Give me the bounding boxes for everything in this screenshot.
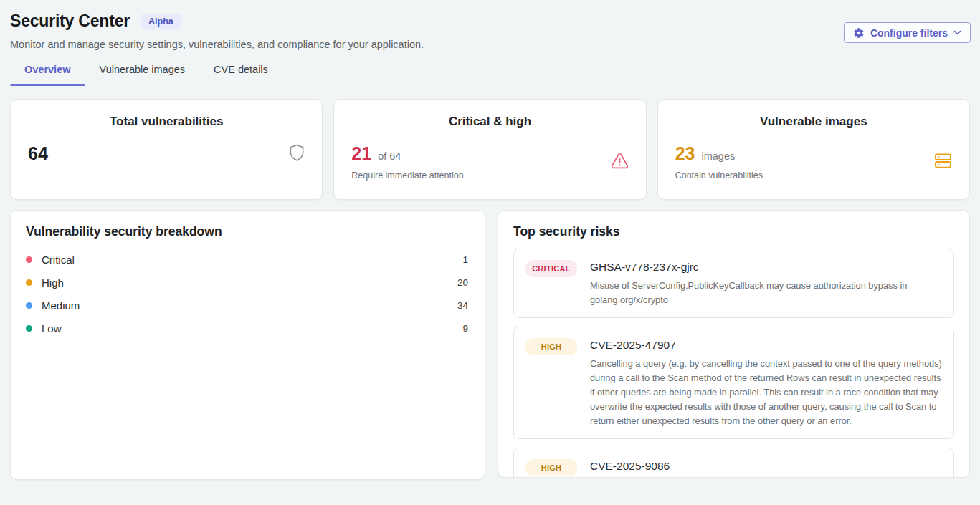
legend-row-high: High 20 [26,271,470,294]
panels-row: Vulnerability security breakdown Critica… [10,210,970,480]
risk-item-cve-2025-47907[interactable]: HIGH CVE-2025-47907 Cancelling a query (… [513,327,954,439]
top-security-risks-panel: Top security risks CRITICAL GHSA-v778-23… [498,210,970,478]
critical-dot-icon [26,256,32,263]
risk-id: GHSA-v778-237x-gjrc [590,259,942,275]
shield-icon [289,144,305,164]
vulnerable-images-value: 23 [675,143,695,164]
page-title: Security Center [10,11,130,31]
risk-item-cve-2025-9086[interactable]: HIGH CVE-2025-9086 [513,448,954,478]
critical-high-subtext: Require immediate attention [351,170,610,181]
breakdown-title: Vulnerability security breakdown [26,224,470,239]
critical-high-suffix: of 64 [378,150,401,162]
legend-label: Low [42,322,462,335]
stat-card-title: Total vulnerabilities [28,115,305,129]
chevron-down-icon [953,30,961,35]
vulnerable-images-subtext: Contain vulnerabilities [675,170,934,181]
legend-label: High [42,276,457,289]
severity-badge: CRITICAL [525,260,577,277]
high-dot-icon [26,279,32,286]
page-header: Security Center Alpha Configure filters … [0,0,980,85]
server-stack-icon [934,153,952,172]
severity-badge: HIGH [525,338,577,355]
legend-row-low: Low 9 [26,317,470,340]
vulnerability-breakdown-panel: Vulnerability security breakdown Critica… [10,210,485,480]
risk-item-ghsa-v778-237x-gjrc[interactable]: CRITICAL GHSA-v778-237x-gjrc Misuse of S… [513,249,954,318]
total-vulnerabilities-card: Total vulnerabilities 64 [10,99,323,200]
total-vulnerabilities-value: 64 [28,143,48,164]
warning-triangle-icon [611,153,629,172]
configure-filters-button[interactable]: Configure filters [844,22,971,43]
legend-row-medium: Medium 34 [26,294,470,317]
alpha-badge: Alpha [141,14,181,29]
risk-id: CVE-2025-47907 [590,337,942,353]
legend-value: 1 [462,254,470,265]
medium-dot-icon [26,302,32,309]
top-risks-title: Top security risks [513,224,954,239]
legend-row-critical: Critical 1 [26,248,470,271]
risk-id: CVE-2025-9086 [590,458,942,474]
tab-vulnerable-images[interactable]: Vulnerable images [85,59,200,85]
legend-value: 20 [457,277,470,288]
legend-value: 9 [462,323,470,334]
tab-bar: Overview Vulnerable images CVE details [10,59,970,85]
legend-label: Medium [42,299,457,312]
stat-card-title: Critical & high [351,115,628,129]
page-subtitle: Monitor and manage security settings, vu… [10,39,970,50]
vulnerable-images-card: Vulnerable images 23 images Contain vuln… [657,99,970,200]
risk-description: Misuse of ServerConfig.PublicKeyCallback… [590,279,942,307]
critical-high-value: 21 [351,143,371,164]
low-dot-icon [26,325,32,332]
stat-card-title: Vulnerable images [675,115,952,129]
severity-badge: HIGH [525,459,577,476]
legend-value: 34 [457,300,470,311]
stat-cards-row: Total vulnerabilities 64 Critical & high… [10,99,970,200]
risk-description: Cancelling a query (e.g. by cancelling t… [590,357,942,428]
gear-icon [853,27,865,39]
vulnerable-images-suffix: images [701,150,735,162]
severity-legend: Critical 1 High 20 Medium 34 Low 9 [26,248,470,340]
risk-list: CRITICAL GHSA-v778-237x-gjrc Misuse of S… [513,249,954,478]
tab-cve-details[interactable]: CVE details [199,59,282,85]
legend-label: Critical [42,254,462,266]
critical-high-card: Critical & high 21 of 64 Require immedia… [333,99,646,200]
tab-overview[interactable]: Overview [10,59,85,85]
configure-filters-label: Configure filters [870,27,948,39]
